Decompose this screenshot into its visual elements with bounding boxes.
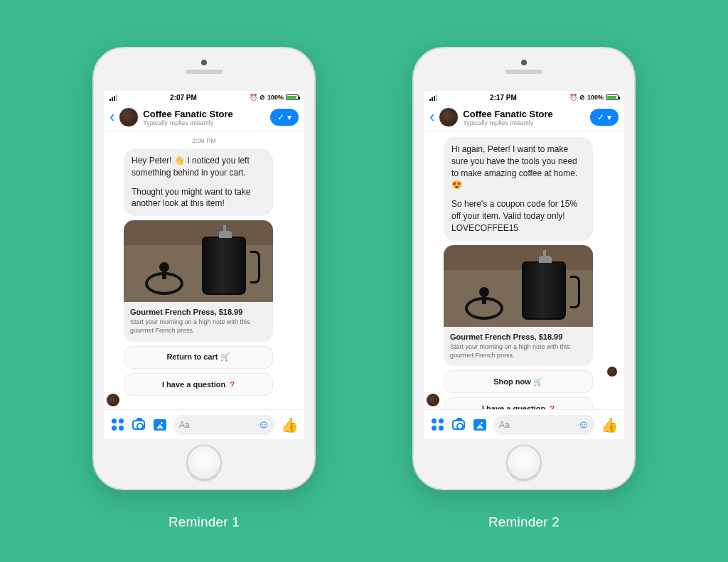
status-bar: 2:07 PM ⏰ ⊘ 100% <box>104 91 304 104</box>
message-line: So here's a coupon code for 15% off your… <box>451 198 585 234</box>
chat-header: ‹ Coffee Fanatic Store Typically replies… <box>424 104 624 131</box>
clock: 2:17 PM <box>490 94 517 102</box>
return-to-cart-button[interactable]: Return to cart 🛒 <box>124 346 273 369</box>
store-avatar[interactable] <box>119 107 139 127</box>
back-button[interactable]: ‹ <box>109 109 114 125</box>
phone-reminder-1: 2:07 PM ⏰ ⊘ 100% ‹ Coffee Fanatic Store … <box>94 48 314 530</box>
store-name: Coffee Fanatic Store <box>143 109 266 119</box>
store-name: Coffee Fanatic Store <box>463 109 586 119</box>
product-card[interactable]: Gourmet French Press, $18.99 Start your … <box>124 220 273 342</box>
question-icon: ? <box>230 380 235 389</box>
message-bubble: Hey Peter! 👋 I noticed you left somethin… <box>124 148 273 216</box>
front-camera <box>201 60 207 65</box>
message-input[interactable]: Aa ☺ <box>493 415 595 435</box>
front-camera <box>521 60 527 65</box>
button-label: Return to cart 🛒 <box>166 352 230 362</box>
question-button[interactable]: I have a question ? <box>444 397 593 409</box>
message-timestamp: 2:06 PM <box>111 137 297 144</box>
gallery-button[interactable] <box>472 419 488 431</box>
button-label: I have a question <box>482 404 545 409</box>
rotation-lock-icon: ⊘ <box>259 94 265 101</box>
question-icon: ? <box>550 404 555 409</box>
sender-avatar <box>427 394 439 406</box>
store-avatar[interactable] <box>439 107 459 127</box>
store-subtitle: Typically replies instantly <box>463 119 586 126</box>
battery-percent: 100% <box>587 94 604 101</box>
message-input[interactable]: Aa ☺ <box>173 415 275 435</box>
more-actions-button[interactable] <box>429 418 445 431</box>
camera-button[interactable] <box>131 420 146 430</box>
shop-now-button[interactable]: Shop now 🛒 <box>444 370 593 393</box>
input-placeholder: Aa <box>179 420 190 430</box>
product-subtitle: Start your morning on a high note with t… <box>130 318 267 335</box>
product-title: Gourmet French Press, $18.99 <box>450 332 587 342</box>
product-card[interactable]: Gourmet French Press, $18.99 Start your … <box>444 245 593 367</box>
message-line: Thought you might want to take another l… <box>132 186 265 210</box>
button-label: Shop now 🛒 <box>493 377 543 387</box>
message-line: Hey Peter! 👋 I noticed you left somethin… <box>132 155 265 179</box>
clock: 2:07 PM <box>170 94 197 102</box>
product-image <box>444 245 593 327</box>
speaker <box>505 70 542 74</box>
message-bubble: Hi again, Peter! I want to make sure you… <box>444 137 593 241</box>
battery-percent: 100% <box>267 94 284 101</box>
alarm-icon: ⏰ <box>250 94 257 101</box>
camera-button[interactable] <box>451 420 466 430</box>
phone-frame: 2:07 PM ⏰ ⊘ 100% ‹ Coffee Fanatic Store … <box>94 48 314 489</box>
status-bar: 2:17 PM ⏰ ⊘ 100% <box>424 91 624 104</box>
signal-icon <box>429 94 437 101</box>
caption: Reminder 2 <box>488 514 560 530</box>
composer: Aa ☺ 👍 <box>424 409 624 439</box>
store-subtitle: Typically replies instantly <box>143 119 266 126</box>
read-receipt-avatar <box>607 367 617 377</box>
chat-body[interactable]: Hi again, Peter! I want to make sure you… <box>424 131 624 409</box>
like-button[interactable]: 👍 <box>281 416 299 433</box>
rotation-lock-icon: ⊘ <box>579 94 585 101</box>
phone-reminder-2: 2:17 PM ⏰ ⊘ 100% ‹ Coffee Fanatic Store … <box>414 48 634 530</box>
screen: 2:07 PM ⏰ ⊘ 100% ‹ Coffee Fanatic Store … <box>104 91 304 439</box>
message-line: Hi again, Peter! I want to make sure you… <box>451 144 585 191</box>
back-button[interactable]: ‹ <box>429 109 434 125</box>
mark-read-button[interactable]: ✓ ▾ <box>590 109 619 126</box>
more-actions-button[interactable] <box>109 418 125 431</box>
signal-icon <box>109 94 117 101</box>
emoji-button[interactable]: ☺ <box>578 418 589 431</box>
sender-avatar <box>107 394 119 406</box>
home-button[interactable] <box>186 445 222 480</box>
chat-body[interactable]: 2:06 PM Hey Peter! 👋 I noticed you left … <box>104 131 304 409</box>
question-button[interactable]: I have a question ? <box>124 373 273 396</box>
product-title: Gourmet French Press, $18.99 <box>130 307 267 317</box>
like-button[interactable]: 👍 <box>601 416 619 433</box>
mark-read-button[interactable]: ✓ ▾ <box>270 109 299 126</box>
caption: Reminder 1 <box>168 514 240 530</box>
composer: Aa ☺ 👍 <box>104 409 304 439</box>
screen: 2:17 PM ⏰ ⊘ 100% ‹ Coffee Fanatic Store … <box>424 91 624 439</box>
product-image <box>124 220 273 302</box>
battery-icon <box>286 94 299 100</box>
chat-header: ‹ Coffee Fanatic Store Typically replies… <box>104 104 304 131</box>
button-label: I have a question <box>162 380 225 389</box>
emoji-button[interactable]: ☺ <box>258 418 269 431</box>
gallery-button[interactable] <box>152 419 168 431</box>
battery-icon <box>606 94 619 100</box>
home-button[interactable] <box>506 445 542 480</box>
speaker <box>186 70 223 74</box>
input-placeholder: Aa <box>499 420 510 430</box>
product-subtitle: Start your morning on a high note with t… <box>450 343 587 360</box>
alarm-icon: ⏰ <box>569 94 577 101</box>
phone-frame: 2:17 PM ⏰ ⊘ 100% ‹ Coffee Fanatic Store … <box>414 48 634 489</box>
